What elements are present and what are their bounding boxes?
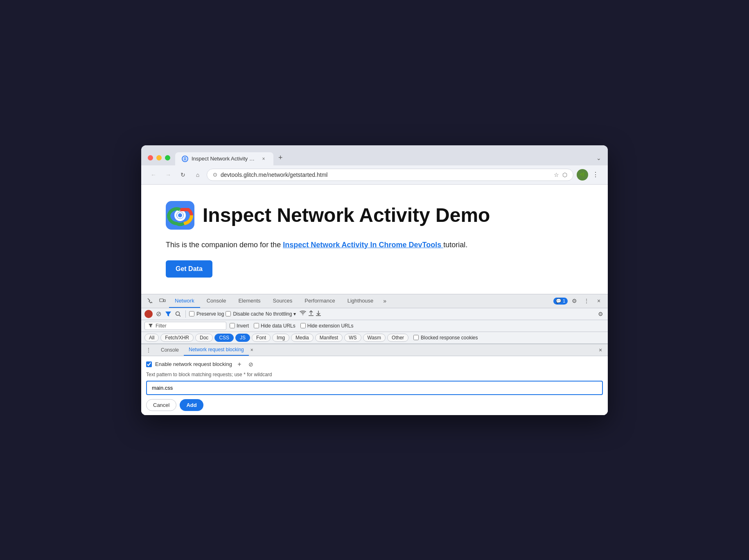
type-pill-img[interactable]: Img <box>272 334 289 342</box>
clear-patterns-button[interactable]: ⊘ <box>247 360 255 368</box>
profile-button[interactable]: 🌿 <box>577 169 588 181</box>
traffic-lights <box>148 155 170 165</box>
bottom-tab-console[interactable]: Console <box>156 345 184 355</box>
filter-button[interactable] <box>164 310 172 318</box>
add-button[interactable]: Add <box>180 399 203 411</box>
type-pill-manifest[interactable]: Manifest <box>315 334 343 342</box>
type-pill-ws[interactable]: WS <box>344 334 361 342</box>
browser-window: Inspect Network Activity Dem × + ⌄ ← → ↻… <box>141 145 608 415</box>
blocking-pattern-input[interactable] <box>146 381 603 395</box>
page-content: Inspect Network Activity Demo This is th… <box>141 185 608 294</box>
enable-blocking-checkbox[interactable] <box>146 361 152 367</box>
blocking-hint: Text pattern to block matching requests;… <box>146 372 603 377</box>
tab-network[interactable]: Network <box>169 294 200 308</box>
devtools-tab-bar: Network Console Elements Sources Perform… <box>141 294 608 308</box>
url-text: devtools.glitch.me/network/getstarted.ht… <box>221 172 550 178</box>
devtools-panel: Network Console Elements Sources Perform… <box>141 294 608 415</box>
filter-input-wrap[interactable]: Filter <box>144 322 226 330</box>
type-pill-wasm[interactable]: Wasm <box>363 334 386 342</box>
throttle-label: No throttling <box>266 311 292 317</box>
close-bottom-tab-button[interactable]: × <box>249 347 255 353</box>
reload-button[interactable]: ↻ <box>177 169 189 181</box>
blocking-content: Enable network request blocking + ⊘ Text… <box>141 356 608 415</box>
network-toolbar: ⊘ Preserve log Disable cache <box>141 308 608 320</box>
chrome-logo <box>166 201 194 230</box>
menu-button[interactable]: ⋮ <box>590 169 601 181</box>
devtools-device-icon[interactable] <box>157 295 168 307</box>
clear-button[interactable]: ⊘ <box>154 310 162 318</box>
type-pill-css[interactable]: CSS <box>214 334 234 342</box>
record-button[interactable] <box>144 310 153 318</box>
blocking-header: Enable network request blocking + ⊘ <box>146 360 603 368</box>
filter-label: Filter <box>156 323 167 329</box>
chat-icon: 💬 <box>556 298 562 304</box>
throttle-dropdown[interactable]: No throttling ▾ <box>266 311 296 317</box>
download-icon[interactable] <box>316 310 321 318</box>
bottom-panel-menu-button[interactable]: ⋮ <box>144 346 153 354</box>
blocked-cookies-checkbox[interactable]: Blocked response cookies <box>413 335 478 341</box>
bookmark-icon[interactable]: ☆ <box>554 172 559 178</box>
page-title: Inspect Network Activity Demo <box>203 204 490 226</box>
description-link[interactable]: Inspect Network Activity In Chrome DevTo… <box>283 241 443 249</box>
filter-funnel-icon <box>148 323 153 328</box>
forward-button[interactable]: → <box>162 169 174 181</box>
maximize-button[interactable] <box>165 155 170 160</box>
tab-title: Inspect Network Activity Dem <box>192 156 257 162</box>
type-pill-all[interactable]: All <box>144 334 159 342</box>
extension-icon[interactable]: ⬡ <box>562 172 567 178</box>
bottom-panel: ⋮ Console Network request blocking × × E… <box>141 344 608 415</box>
tab-elements[interactable]: Elements <box>232 294 266 308</box>
tab-close-button[interactable]: × <box>260 156 267 162</box>
active-tab[interactable]: Inspect Network Activity Dem × <box>175 152 273 165</box>
new-tab-button[interactable]: + <box>273 150 288 165</box>
bottom-tab-network-blocking[interactable]: Network request blocking <box>184 344 249 356</box>
disable-cache-checkbox[interactable]: Disable cache <box>226 311 264 317</box>
invert-checkbox[interactable]: Invert <box>230 323 249 329</box>
devtools-more-actions-button[interactable]: ⋮ <box>581 295 592 307</box>
devtools-settings-button[interactable]: ⚙ <box>569 295 580 307</box>
type-pill-fetch-xhr[interactable]: Fetch/XHR <box>160 334 194 342</box>
network-icons-group <box>299 310 321 318</box>
svg-line-11 <box>179 315 181 316</box>
tab-lighthouse[interactable]: Lighthouse <box>342 294 379 308</box>
home-button[interactable]: ⌂ <box>192 169 203 181</box>
hide-data-urls-checkbox[interactable]: Hide data URLs <box>254 323 296 329</box>
preserve-log-checkbox[interactable]: Preserve log <box>189 311 224 317</box>
hide-extension-urls-checkbox[interactable]: Hide extension URLs <box>300 323 354 329</box>
svg-point-10 <box>176 312 180 315</box>
console-messages-badge[interactable]: 💬 1 <box>553 298 568 305</box>
tab-performance[interactable]: Performance <box>299 294 341 308</box>
upload-icon[interactable] <box>308 310 314 318</box>
enable-blocking-label: Enable network request blocking <box>155 361 232 367</box>
devtools-inspect-icon[interactable] <box>144 295 156 307</box>
cancel-button[interactable]: Cancel <box>146 399 176 411</box>
type-pill-other[interactable]: Other <box>387 334 408 342</box>
console-tab-label: Console <box>161 347 179 353</box>
tab-console[interactable]: Console <box>201 294 232 308</box>
tab-favicon <box>182 156 188 162</box>
wifi-icon[interactable] <box>299 310 307 318</box>
get-data-button[interactable]: Get Data <box>166 260 212 278</box>
minimize-button[interactable] <box>156 155 162 160</box>
type-pill-media[interactable]: Media <box>291 334 314 342</box>
back-button[interactable]: ← <box>148 169 159 181</box>
page-header: Inspect Network Activity Demo <box>166 201 583 230</box>
network-settings-button[interactable]: ⚙ <box>596 310 605 318</box>
type-pill-js[interactable]: JS <box>235 334 250 342</box>
devtools-close-button[interactable]: × <box>593 295 605 307</box>
url-bar[interactable]: ⊙ devtools.glitch.me/network/getstarted.… <box>207 169 573 181</box>
type-pill-doc[interactable]: Doc <box>195 334 213 342</box>
tabs-dropdown-button[interactable]: ⌄ <box>596 155 601 165</box>
url-security-icon: ⊙ <box>213 172 217 178</box>
close-button[interactable] <box>148 155 153 160</box>
browser-actions: 🌿 ⋮ <box>577 169 601 181</box>
badge-count: 1 <box>563 298 565 303</box>
tab-sources[interactable]: Sources <box>267 294 298 308</box>
throttle-chevron-icon: ▾ <box>293 311 296 317</box>
close-bottom-panel-button[interactable]: × <box>596 346 605 354</box>
type-pill-font[interactable]: Font <box>252 334 271 342</box>
add-pattern-button[interactable]: + <box>235 360 244 368</box>
tab-more-button[interactable]: » <box>380 294 390 307</box>
search-button[interactable] <box>174 310 182 318</box>
toolbar-separator-1 <box>185 310 186 318</box>
